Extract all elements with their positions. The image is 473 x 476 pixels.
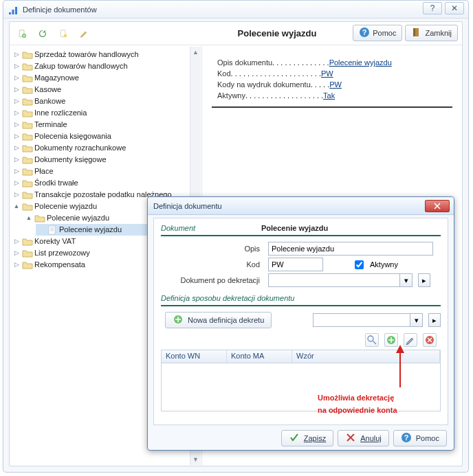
opis-label: Opis [161, 245, 264, 253]
folder-icon [22, 50, 33, 60]
panel-close-label: Zamknij [425, 29, 452, 37]
folder-icon [22, 120, 33, 130]
folder-icon [22, 97, 33, 106]
folder-icon [22, 85, 33, 95]
grid-delete-icon[interactable] [423, 333, 437, 347]
tree-item[interactable]: ▷Polecenia księgowania [11, 131, 200, 142]
expand-icon[interactable]: ▷ [12, 60, 21, 72]
window-titlebar[interactable]: Definicje dokumentów ? ✕ [3, 1, 468, 19]
svg-rect-2 [15, 7, 17, 14]
dekret-go-button[interactable]: ▸ [428, 313, 441, 327]
scroll-down-icon[interactable]: ▼ [190, 454, 201, 465]
tree-item-label: Sprzedaż towarów handlowych [34, 49, 139, 60]
post-dekret-go-button[interactable]: ▸ [418, 273, 430, 287]
dialog-footer: Zapisz Anuluj ? Pomoc [148, 427, 454, 450]
help-icon: ? [401, 432, 412, 444]
opis-input[interactable] [268, 242, 433, 256]
annotation-line1: Umożliwia dekretację [318, 394, 394, 402]
section-underline-2 [161, 305, 441, 306]
collapse-icon[interactable]: ▲ [25, 212, 33, 224]
scroll-up-icon[interactable]: ▲ [190, 47, 201, 58]
toolbar-doc-icon[interactable] [55, 25, 72, 42]
tree-item-label: Dokumenty księgowe [34, 154, 107, 166]
tree-item[interactable]: ▷Bankowe [11, 95, 200, 107]
tree-item-label: Środki trwałe [34, 177, 78, 189]
tree-item[interactable]: ▷Płace [11, 166, 200, 177]
folder-icon [22, 179, 33, 188]
tree-item[interactable]: ▷Zakup towarów handlowych [11, 60, 200, 72]
dekret-combo[interactable]: ▾ [313, 313, 423, 327]
new-definition-button[interactable]: Nowa definicja dekretu [165, 312, 272, 328]
expand-icon[interactable]: ▷ [12, 84, 21, 95]
toolbar-edit-icon[interactable] [76, 25, 92, 42]
toolbar-add-icon[interactable] [14, 25, 30, 42]
aktywny-checkbox[interactable] [355, 260, 364, 269]
tree-item-label: Terminale [34, 119, 67, 131]
window-close-button[interactable]: ✕ [445, 2, 464, 14]
tree-item-label: Magazynowe [34, 72, 79, 84]
tree-item[interactable]: ▷Sprzedaż towarów handlowych [11, 49, 200, 60]
tree-item-label: Polecenia księgowania [34, 131, 111, 142]
tree-item[interactable]: ▷Magazynowe [11, 72, 200, 84]
expand-icon[interactable]: ▷ [12, 142, 21, 154]
dropdown-icon[interactable]: ▾ [410, 314, 422, 326]
annotation-text: Umożliwia dekretację na odpowiednie kont… [318, 392, 462, 416]
plus-icon [173, 314, 184, 326]
app-icon [8, 4, 19, 15]
folder-icon [22, 155, 33, 165]
window-help-button[interactable]: ? [423, 2, 442, 14]
grid-col-konto-ma[interactable]: Konto MA [227, 350, 292, 363]
detail-value-link[interactable]: PW [321, 69, 333, 78]
expand-icon[interactable]: ▷ [12, 177, 21, 189]
grid-col-konto-wn[interactable]: Konto WN [162, 350, 227, 363]
expand-icon[interactable]: ▷ [12, 131, 21, 142]
expand-icon[interactable]: ▷ [12, 259, 21, 271]
collapse-icon[interactable]: ▲ [12, 201, 21, 212]
dropdown-icon[interactable]: ▾ [399, 274, 412, 286]
grid-zoom-icon[interactable] [365, 333, 379, 347]
tree-item-label: Dokumenty rozrachunkowe [34, 142, 126, 154]
cancel-button[interactable]: Anuluj [338, 430, 389, 446]
grid-edit-icon[interactable] [404, 333, 417, 347]
tree-item[interactable]: ▷Dokumenty rozrachunkowe [11, 142, 200, 154]
panel-help-button[interactable]: ? Pomoc [353, 25, 402, 41]
expand-icon[interactable]: ▷ [12, 49, 21, 60]
detail-separator [212, 106, 452, 108]
folder-icon [22, 167, 33, 177]
post-dekret-label: Dokument po dekretacji [161, 276, 264, 284]
grid-col-wzor[interactable]: Wzór [292, 350, 440, 363]
tree-item[interactable]: ▷Środki trwałe [11, 177, 200, 189]
expand-icon[interactable]: ▷ [12, 236, 21, 247]
expand-icon[interactable]: ▷ [12, 107, 21, 119]
expand-icon[interactable]: ▷ [12, 166, 21, 177]
tree-item[interactable]: ▷Terminale [11, 119, 200, 131]
tree-item-label: Kasowe [34, 84, 61, 95]
detail-dots: . . . . . . . . . . . . . . [272, 58, 329, 67]
detail-row: Kody na wydruk dokumentu . . . . .PW [217, 80, 447, 89]
expand-icon[interactable]: ▷ [12, 247, 21, 259]
section-dokument-value: Polecenie wyjazdu [261, 224, 328, 232]
folder-icon [22, 202, 33, 212]
dialog-close-button[interactable] [425, 200, 450, 212]
folder-icon [22, 73, 33, 83]
panel-help-label: Pomoc [373, 29, 396, 37]
detail-value-link[interactable]: Tak [323, 91, 335, 100]
expand-icon[interactable]: ▷ [12, 154, 21, 166]
expand-icon[interactable]: ▷ [12, 119, 21, 131]
dialog-help-button[interactable]: ? Pomoc [393, 430, 447, 446]
kod-input[interactable] [268, 258, 323, 271]
expand-icon[interactable]: ▷ [12, 72, 21, 84]
detail-value-link[interactable]: PW [329, 80, 342, 89]
dialog-titlebar[interactable]: Definicja dokumentu [148, 197, 454, 215]
tree-item[interactable]: ▷Inne rozliczenia [11, 107, 200, 119]
toolbar-refresh-icon[interactable] [34, 25, 51, 42]
expand-icon[interactable]: ▷ [12, 189, 21, 201]
detail-value-link[interactable]: Polecenie wyjazdu [329, 58, 392, 67]
detail-row: Aktywny . . . . . . . . . . . . . . . . … [217, 91, 447, 100]
tree-item[interactable]: ▷Dokumenty księgowe [11, 154, 200, 166]
tree-item[interactable]: ▷Kasowe [11, 84, 200, 95]
post-dekret-combo[interactable]: ▾ [268, 273, 412, 287]
panel-close-button[interactable]: Zamknij [405, 25, 458, 41]
expand-icon[interactable]: ▷ [12, 95, 21, 107]
save-button[interactable]: Zapisz [281, 430, 333, 446]
